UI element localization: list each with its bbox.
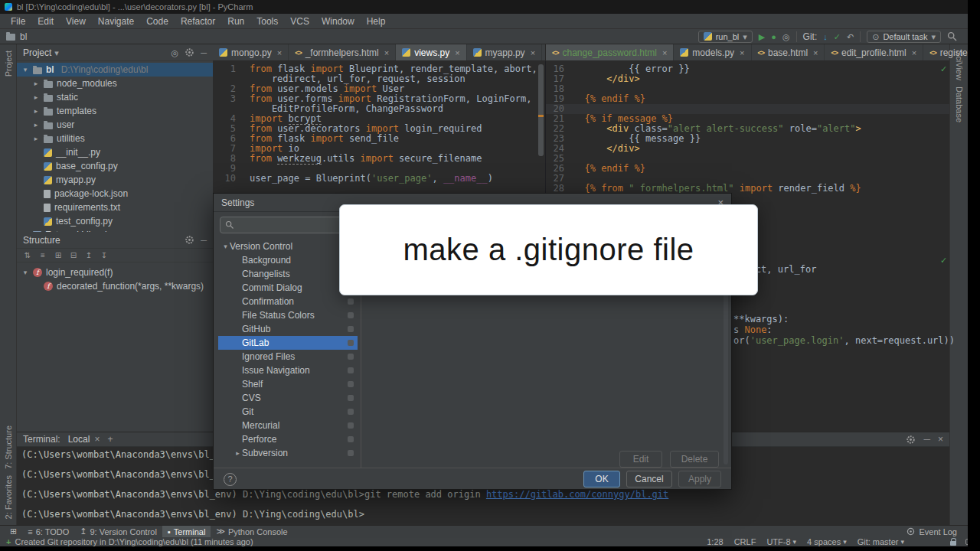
- settings-item-git[interactable]: Git: [218, 405, 358, 419]
- scroll-to-source-icon[interactable]: ↥: [83, 250, 95, 261]
- tree-toggle-icon[interactable]: ▸: [32, 80, 40, 87]
- close-icon[interactable]: ×: [455, 48, 459, 57]
- tree-toggle-icon[interactable]: ▸: [32, 135, 40, 142]
- tool-window-switcher-icon[interactable]: ⊞: [5, 526, 22, 538]
- close-icon[interactable]: ×: [662, 48, 667, 57]
- gear-icon[interactable]: [185, 235, 194, 245]
- sort-alpha-icon[interactable]: ⇅: [21, 250, 34, 261]
- menu-navigate[interactable]: Navigate: [92, 14, 140, 29]
- tree-item-login-required-f[interactable]: ▾flogin_required(f): [17, 266, 213, 279]
- settings-item-changelists[interactable]: Changelists: [218, 267, 358, 281]
- chevron-down-icon[interactable]: ▾: [54, 47, 59, 58]
- close-icon[interactable]: ×: [277, 48, 282, 57]
- settings-item-file-status-colors[interactable]: File Status Colors: [218, 308, 358, 322]
- lock-icon[interactable]: [950, 541, 956, 546]
- update-project-button[interactable]: ↓: [823, 31, 828, 42]
- new-session-button[interactable]: +: [107, 434, 113, 445]
- revert-button[interactable]: ↶: [847, 31, 854, 42]
- search-icon[interactable]: [947, 31, 957, 41]
- edit-button[interactable]: Edit: [619, 451, 662, 468]
- gear-icon[interactable]: [906, 435, 916, 445]
- settings-item-perforce[interactable]: Perforce: [218, 432, 358, 446]
- tree-item-utilities[interactable]: ▸utilities: [17, 132, 213, 145]
- minimize-icon[interactable]: ─: [923, 434, 930, 445]
- tree-toggle-icon[interactable]: ▸: [32, 107, 40, 115]
- terminal-link[interactable]: https://gitlab.com/connygy/bl.git: [486, 489, 668, 500]
- debug-button[interactable]: ●: [771, 31, 776, 42]
- commit-button[interactable]: ✓: [834, 31, 841, 42]
- close-icon[interactable]: ×: [384, 48, 389, 57]
- hide-panel-icon[interactable]: ─: [201, 47, 207, 58]
- gear-icon[interactable]: [185, 47, 194, 57]
- status-4-spaces[interactable]: 4 spaces▾: [807, 537, 847, 546]
- scroll-from-source-icon[interactable]: ↧: [98, 250, 110, 261]
- terminal-tab-local[interactable]: Local ×: [68, 434, 100, 445]
- settings-item-gitlab[interactable]: GitLab: [218, 336, 358, 350]
- tree-toggle-icon[interactable]: ▸: [32, 93, 40, 101]
- stripe-tab-project[interactable]: Project: [4, 51, 13, 77]
- settings-item-github[interactable]: GitHub: [218, 322, 358, 336]
- tree-item-node-modules[interactable]: ▸node_modules: [17, 77, 213, 90]
- settings-item-background[interactable]: Background: [218, 253, 358, 267]
- toolwindow-9-version-control[interactable]: ↥9: Version Control: [74, 526, 162, 538]
- menu-edit[interactable]: Edit: [31, 14, 60, 29]
- tab-edit-profile-html[interactable]: <>edit_profile.html×: [825, 44, 923, 60]
- stripe-tab-2-favorites[interactable]: 2: Favorites: [4, 475, 13, 519]
- menu-window[interactable]: Window: [315, 14, 361, 29]
- structure-panel-title[interactable]: Structure: [23, 235, 60, 246]
- help-button[interactable]: ?: [224, 473, 237, 486]
- tab-mongo-py[interactable]: mongo.py×: [213, 44, 289, 60]
- tree-item-user[interactable]: ▸user: [17, 118, 213, 132]
- run-button[interactable]: ▶: [759, 31, 765, 42]
- close-icon[interactable]: ×: [94, 434, 100, 445]
- editor-scrollbar[interactable]: [538, 64, 544, 156]
- tab-base-html[interactable]: <>base.html×: [752, 44, 825, 60]
- ok-button[interactable]: OK: [583, 471, 620, 487]
- stripe-tab-7-structure[interactable]: 7: Structure: [4, 425, 13, 469]
- tree-toggle-icon[interactable]: ▸: [32, 121, 40, 129]
- settings-item-ignored-files[interactable]: Ignored Files: [218, 350, 358, 364]
- tab-change-password-html[interactable]: <>change_password.html×: [546, 44, 674, 60]
- status-crlf[interactable]: CRLF: [734, 537, 756, 546]
- close-icon[interactable]: ×: [938, 434, 943, 445]
- settings-item-mercurial[interactable]: Mercurial: [218, 419, 358, 432]
- tree-item-static[interactable]: ▸static: [17, 90, 213, 104]
- close-icon[interactable]: ×: [912, 48, 916, 57]
- menu-view[interactable]: View: [60, 14, 92, 29]
- close-icon[interactable]: ×: [813, 48, 818, 57]
- tree-toggle-icon[interactable]: ▾: [221, 243, 230, 250]
- coverage-button[interactable]: ◎: [782, 31, 790, 42]
- locate-file-icon[interactable]: ◎: [172, 47, 179, 58]
- settings-search-input[interactable]: [220, 217, 350, 233]
- status-1-28[interactable]: 1:28: [707, 537, 723, 546]
- tab-views-py[interactable]: views.py×: [396, 44, 466, 60]
- menu-code[interactable]: Code: [140, 14, 175, 29]
- close-icon[interactable]: ×: [740, 48, 744, 57]
- tree-item-requirements-txt[interactable]: requirements.txt: [17, 201, 213, 214]
- menu-tools[interactable]: Tools: [250, 14, 284, 29]
- tree-toggle-icon[interactable]: ▾: [21, 66, 29, 73]
- settings-item-subversion[interactable]: ▸Subversion: [218, 446, 358, 460]
- task-combo[interactable]: ⊙ Default task ▾: [867, 31, 941, 43]
- collapse-all-icon[interactable]: ⊟: [67, 250, 80, 261]
- status-message[interactable]: Created Git repository in D:\Ying\coding…: [15, 537, 253, 546]
- hide-panel-icon[interactable]: ─: [201, 235, 207, 246]
- tree-item-templates[interactable]: ▸templates: [17, 104, 213, 118]
- menu-file[interactable]: File: [5, 14, 31, 29]
- sort-visibility-icon[interactable]: ≡: [37, 250, 49, 261]
- settings-item-cvs[interactable]: CVS: [218, 391, 358, 405]
- tree-item-myapp-py[interactable]: myapp.py: [17, 173, 213, 187]
- tree-toggle-icon[interactable]: ▾: [21, 269, 29, 276]
- cancel-button[interactable]: Cancel: [626, 471, 672, 487]
- toolwindow-python-console[interactable]: ≫Python Console: [211, 526, 292, 538]
- stripe-tab-database[interactable]: Database: [955, 86, 964, 122]
- tree-item-init-py[interactable]: __init__.py: [17, 145, 213, 159]
- toolwindow-6-todo[interactable]: ≡6: TODO: [22, 526, 74, 538]
- tab-models-py[interactable]: models.py×: [674, 44, 751, 60]
- toolwindow-terminal[interactable]: ▪Terminal: [162, 526, 211, 538]
- tab-myapp-py[interactable]: myapp.py×: [467, 44, 542, 60]
- tree-item-bl[interactable]: ▾bl D:\Ying\coding\edu\bl: [17, 63, 213, 77]
- settings-item-confirmation[interactable]: Confirmation: [218, 295, 358, 308]
- project-panel-title[interactable]: Project: [23, 47, 51, 58]
- settings-item-shelf[interactable]: Shelf: [218, 377, 358, 391]
